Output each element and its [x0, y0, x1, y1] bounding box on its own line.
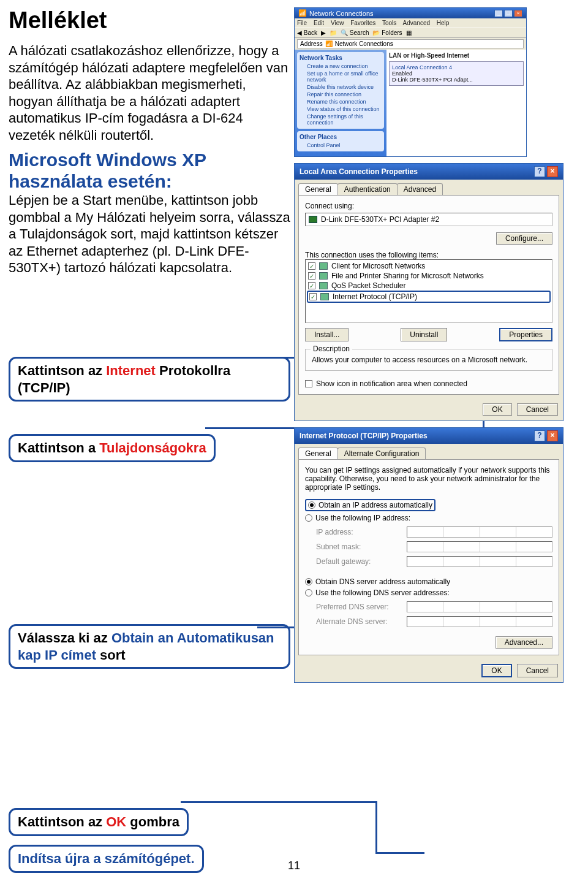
menu-view[interactable]: View — [331, 20, 344, 26]
callout-text: Kattintson az — [18, 363, 106, 378]
address-bar[interactable]: Address 📶 Network Connections — [297, 39, 524, 48]
ip-label: IP address: — [316, 528, 402, 536]
service-icon — [319, 282, 328, 289]
radio-label: Obtain an IP address automatically — [318, 501, 432, 509]
lan-properties-dialog: Local Area Connection Properties ? × Gen… — [294, 163, 564, 421]
advanced-button[interactable]: Advanced... — [496, 636, 552, 649]
task-link[interactable]: Set up a home or small office network — [300, 70, 382, 83]
callout-highlight: Tulajdonságokra — [99, 440, 206, 455]
adapter-name: D-Link DFE-530TX+ PCI Adapter #2 — [321, 215, 439, 224]
task-link[interactable]: Repair this connection — [300, 91, 382, 98]
close-button[interactable]: × — [547, 166, 558, 177]
callout-text: Indítsa újra a számítógépet. — [18, 851, 195, 866]
minimize-button[interactable]: _ — [494, 10, 503, 17]
checkbox-icon[interactable]: ✓ — [308, 272, 315, 280]
dialog-titlebar[interactable]: Local Area Connection Properties ? × — [295, 164, 563, 180]
tasks-sidebar: Network Tasks Create a new connection Se… — [295, 50, 386, 156]
mask-label: Subnet mask: — [316, 543, 402, 551]
adns-label: Alternate DNS server: — [316, 617, 402, 626]
up-button[interactable]: 📁 — [330, 29, 337, 36]
callout-highlight: Internet — [106, 363, 156, 378]
show-icon-checkbox-row[interactable]: ✓ Show icon in notification area when co… — [305, 379, 552, 388]
list-item[interactable]: ✓File and Printer Sharing for Microsoft … — [307, 271, 551, 281]
pdns-label: Preferred DNS server: — [316, 603, 402, 611]
intro-paragraph: A hálózati csatlakozáshoz ellenőrizze, h… — [9, 42, 290, 143]
menu-bar: File Edit View Favorites Tools Advanced … — [295, 18, 526, 28]
radio-use-ip[interactable]: Use the following IP address: — [305, 514, 552, 522]
folders-button[interactable]: 📂 Folders — [372, 29, 402, 36]
help-button[interactable]: ? — [534, 430, 545, 441]
callout-click-ok: Kattintson az OK gombra — [9, 808, 189, 836]
network-connections-window: 📶 Network Connections _ □ × File Edit Vi… — [294, 7, 527, 157]
gateway-label: Default gateway: — [316, 557, 402, 566]
dialog-titlebar[interactable]: Internet Protocol (TCP/IP) Properties ? … — [295, 428, 563, 444]
back-button[interactable]: ◀ Back — [297, 29, 317, 36]
task-link[interactable]: Create a new connection — [300, 63, 382, 70]
connect-using-label: Connect using: — [305, 202, 552, 210]
callout-text: gombra — [126, 814, 179, 829]
close-button[interactable]: × — [514, 10, 522, 17]
toolbar: ◀ Back ▶ 📁 🔍 Search 📂 Folders ▦ — [295, 28, 526, 38]
install-button[interactable]: Install... — [305, 328, 349, 341]
radio-obtain-ip-auto[interactable]: Obtain an IP address automatically — [305, 499, 435, 511]
adns-input[interactable] — [407, 616, 552, 627]
help-button[interactable]: ? — [534, 166, 545, 177]
item-label: Internet Protocol (TCP/IP) — [333, 292, 417, 301]
task-link[interactable]: Disable this network device — [300, 83, 382, 91]
ok-button[interactable]: OK — [483, 403, 511, 416]
protocol-icon — [320, 293, 329, 300]
menu-edit[interactable]: Edit — [314, 20, 324, 26]
mask-input[interactable] — [407, 541, 552, 552]
tab-alternate-config[interactable]: Alternate Configuration — [337, 448, 426, 459]
pdns-input[interactable] — [407, 601, 552, 612]
properties-button[interactable]: Properties — [499, 328, 552, 341]
checkbox-icon[interactable]: ✓ — [308, 282, 315, 289]
place-link[interactable]: Control Panel — [300, 142, 382, 149]
menu-file[interactable]: File — [297, 20, 307, 26]
callout-text: Válassza ki az — [18, 630, 111, 646]
maximize-button[interactable]: □ — [504, 10, 513, 17]
checkbox-icon[interactable]: ✓ — [308, 262, 315, 270]
item-label: QoS Packet Scheduler — [331, 281, 405, 290]
task-link[interactable]: View status of this connection — [300, 105, 382, 113]
list-item[interactable]: ✓QoS Packet Scheduler — [307, 281, 551, 291]
callout-restart: Indítsa újra a számítógépet. — [9, 845, 204, 873]
ok-button[interactable]: OK — [481, 664, 511, 677]
checkbox-icon[interactable]: ✓ — [309, 293, 317, 300]
forward-button[interactable]: ▶ — [321, 29, 326, 36]
list-item-tcpip[interactable]: ✓Internet Protocol (TCP/IP) — [307, 291, 551, 303]
views-button[interactable]: ▦ — [406, 29, 412, 36]
task-link[interactable]: Rename this connection — [300, 98, 382, 105]
search-button[interactable]: 🔍 Search — [341, 29, 369, 36]
menu-advanced[interactable]: Advanced — [403, 20, 430, 26]
components-list[interactable]: ✓Client for Microsoft Networks ✓File and… — [305, 259, 552, 323]
radio-use-dns[interactable]: Use the following DNS server addresses: — [305, 588, 552, 597]
cancel-button[interactable]: Cancel — [517, 403, 558, 416]
menu-help[interactable]: Help — [437, 20, 450, 26]
task-link[interactable]: Change settings of this connection — [300, 113, 382, 126]
radio-obtain-dns-auto[interactable]: Obtain DNS server address automatically — [305, 577, 552, 586]
tab-advanced[interactable]: Advanced — [397, 183, 443, 195]
item-label: Client for Microsoft Networks — [331, 262, 425, 270]
window-titlebar[interactable]: 📶 Network Connections _ □ × — [295, 8, 526, 18]
menu-tools[interactable]: Tools — [382, 20, 396, 26]
window-title: Network Connections — [309, 10, 374, 17]
close-button[interactable]: × — [547, 430, 558, 441]
gateway-input[interactable] — [407, 556, 552, 567]
configure-button[interactable]: Configure... — [496, 232, 552, 245]
tab-authentication[interactable]: Authentication — [337, 183, 398, 195]
radio-label: Use the following IP address: — [315, 514, 410, 522]
tab-general[interactable]: General — [298, 448, 338, 459]
radio-icon — [308, 501, 315, 509]
menu-favorites[interactable]: Favorites — [350, 20, 375, 26]
connection-item[interactable]: Local Area Connection 4 Enabled D-Link D… — [389, 61, 524, 86]
service-icon — [319, 262, 328, 270]
uninstall-button[interactable]: Uninstall — [401, 328, 447, 341]
checkbox-icon[interactable]: ✓ — [305, 380, 312, 387]
tab-general[interactable]: General — [298, 183, 338, 195]
list-item[interactable]: ✓Client for Microsoft Networks — [307, 261, 551, 271]
radio-icon — [305, 589, 312, 596]
xp-subheading: Microsoft Windows XP használata esetén: — [9, 150, 290, 192]
cancel-button[interactable]: Cancel — [517, 664, 558, 677]
ip-input[interactable] — [407, 527, 552, 538]
